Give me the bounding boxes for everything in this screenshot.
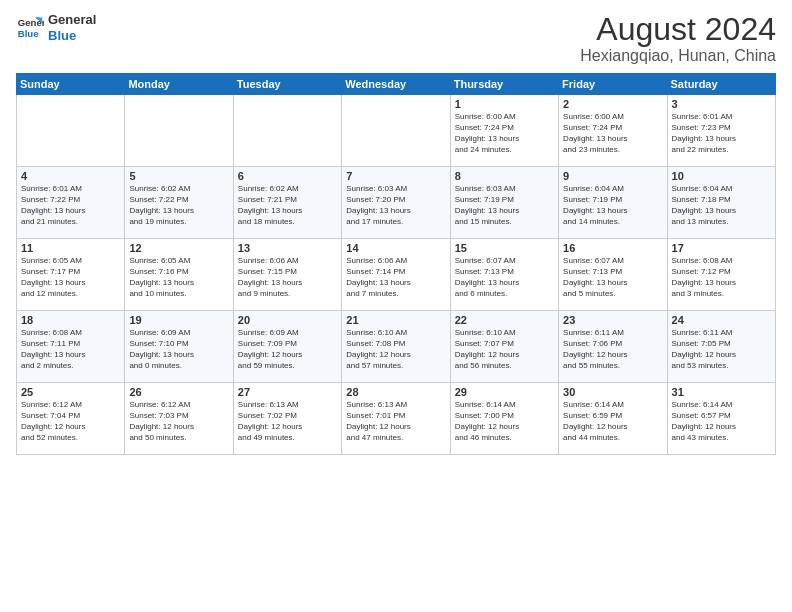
day-info: Sunrise: 6:04 AM Sunset: 7:19 PM Dayligh… <box>563 184 662 227</box>
calendar-cell: 16Sunrise: 6:07 AM Sunset: 7:13 PM Dayli… <box>559 239 667 311</box>
week-row-4: 18Sunrise: 6:08 AM Sunset: 7:11 PM Dayli… <box>17 311 776 383</box>
calendar-cell: 22Sunrise: 6:10 AM Sunset: 7:07 PM Dayli… <box>450 311 558 383</box>
day-info: Sunrise: 6:09 AM Sunset: 7:09 PM Dayligh… <box>238 328 337 371</box>
calendar-cell: 23Sunrise: 6:11 AM Sunset: 7:06 PM Dayli… <box>559 311 667 383</box>
calendar-cell: 20Sunrise: 6:09 AM Sunset: 7:09 PM Dayli… <box>233 311 341 383</box>
day-info: Sunrise: 6:14 AM Sunset: 6:57 PM Dayligh… <box>672 400 771 443</box>
day-info: Sunrise: 6:05 AM Sunset: 7:16 PM Dayligh… <box>129 256 228 299</box>
svg-text:Blue: Blue <box>18 27 39 38</box>
calendar-cell <box>125 95 233 167</box>
day-info: Sunrise: 6:07 AM Sunset: 7:13 PM Dayligh… <box>563 256 662 299</box>
calendar-cell <box>17 95 125 167</box>
calendar-cell: 15Sunrise: 6:07 AM Sunset: 7:13 PM Dayli… <box>450 239 558 311</box>
week-row-2: 4Sunrise: 6:01 AM Sunset: 7:22 PM Daylig… <box>17 167 776 239</box>
day-number: 5 <box>129 170 228 182</box>
day-info: Sunrise: 6:07 AM Sunset: 7:13 PM Dayligh… <box>455 256 554 299</box>
calendar-cell: 19Sunrise: 6:09 AM Sunset: 7:10 PM Dayli… <box>125 311 233 383</box>
calendar-cell: 31Sunrise: 6:14 AM Sunset: 6:57 PM Dayli… <box>667 383 775 455</box>
calendar-cell: 25Sunrise: 6:12 AM Sunset: 7:04 PM Dayli… <box>17 383 125 455</box>
day-number: 29 <box>455 386 554 398</box>
calendar-cell: 26Sunrise: 6:12 AM Sunset: 7:03 PM Dayli… <box>125 383 233 455</box>
logo-line2: Blue <box>48 28 96 44</box>
calendar-cell: 9Sunrise: 6:04 AM Sunset: 7:19 PM Daylig… <box>559 167 667 239</box>
calendar-cell: 3Sunrise: 6:01 AM Sunset: 7:23 PM Daylig… <box>667 95 775 167</box>
day-info: Sunrise: 6:10 AM Sunset: 7:08 PM Dayligh… <box>346 328 445 371</box>
calendar-cell: 28Sunrise: 6:13 AM Sunset: 7:01 PM Dayli… <box>342 383 450 455</box>
calendar-cell <box>233 95 341 167</box>
day-number: 8 <box>455 170 554 182</box>
logo: General Blue General Blue <box>16 12 96 43</box>
week-row-5: 25Sunrise: 6:12 AM Sunset: 7:04 PM Dayli… <box>17 383 776 455</box>
calendar-cell: 1Sunrise: 6:00 AM Sunset: 7:24 PM Daylig… <box>450 95 558 167</box>
calendar-cell: 2Sunrise: 6:00 AM Sunset: 7:24 PM Daylig… <box>559 95 667 167</box>
calendar-cell: 7Sunrise: 6:03 AM Sunset: 7:20 PM Daylig… <box>342 167 450 239</box>
day-info: Sunrise: 6:12 AM Sunset: 7:03 PM Dayligh… <box>129 400 228 443</box>
subtitle: Hexiangqiao, Hunan, China <box>580 47 776 65</box>
day-number: 24 <box>672 314 771 326</box>
day-info: Sunrise: 6:05 AM Sunset: 7:17 PM Dayligh… <box>21 256 120 299</box>
calendar-cell: 24Sunrise: 6:11 AM Sunset: 7:05 PM Dayli… <box>667 311 775 383</box>
day-number: 30 <box>563 386 662 398</box>
day-number: 14 <box>346 242 445 254</box>
day-info: Sunrise: 6:00 AM Sunset: 7:24 PM Dayligh… <box>563 112 662 155</box>
day-info: Sunrise: 6:14 AM Sunset: 7:00 PM Dayligh… <box>455 400 554 443</box>
day-number: 27 <box>238 386 337 398</box>
day-number: 9 <box>563 170 662 182</box>
day-info: Sunrise: 6:11 AM Sunset: 7:06 PM Dayligh… <box>563 328 662 371</box>
day-number: 11 <box>21 242 120 254</box>
calendar-cell: 18Sunrise: 6:08 AM Sunset: 7:11 PM Dayli… <box>17 311 125 383</box>
week-row-1: 1Sunrise: 6:00 AM Sunset: 7:24 PM Daylig… <box>17 95 776 167</box>
day-info: Sunrise: 6:11 AM Sunset: 7:05 PM Dayligh… <box>672 328 771 371</box>
day-info: Sunrise: 6:00 AM Sunset: 7:24 PM Dayligh… <box>455 112 554 155</box>
day-number: 25 <box>21 386 120 398</box>
day-number: 17 <box>672 242 771 254</box>
day-number: 23 <box>563 314 662 326</box>
calendar-cell: 8Sunrise: 6:03 AM Sunset: 7:19 PM Daylig… <box>450 167 558 239</box>
calendar-cell: 17Sunrise: 6:08 AM Sunset: 7:12 PM Dayli… <box>667 239 775 311</box>
day-info: Sunrise: 6:06 AM Sunset: 7:15 PM Dayligh… <box>238 256 337 299</box>
day-info: Sunrise: 6:13 AM Sunset: 7:02 PM Dayligh… <box>238 400 337 443</box>
day-info: Sunrise: 6:12 AM Sunset: 7:04 PM Dayligh… <box>21 400 120 443</box>
calendar-cell: 27Sunrise: 6:13 AM Sunset: 7:02 PM Dayli… <box>233 383 341 455</box>
calendar-cell: 29Sunrise: 6:14 AM Sunset: 7:00 PM Dayli… <box>450 383 558 455</box>
day-number: 15 <box>455 242 554 254</box>
day-number: 19 <box>129 314 228 326</box>
weekday-tuesday: Tuesday <box>233 74 341 95</box>
logo-text: General Blue <box>48 12 96 43</box>
day-info: Sunrise: 6:02 AM Sunset: 7:22 PM Dayligh… <box>129 184 228 227</box>
calendar-cell: 10Sunrise: 6:04 AM Sunset: 7:18 PM Dayli… <box>667 167 775 239</box>
weekday-thursday: Thursday <box>450 74 558 95</box>
title-block: August 2024 Hexiangqiao, Hunan, China <box>580 12 776 65</box>
day-number: 12 <box>129 242 228 254</box>
weekday-wednesday: Wednesday <box>342 74 450 95</box>
day-info: Sunrise: 6:13 AM Sunset: 7:01 PM Dayligh… <box>346 400 445 443</box>
day-number: 6 <box>238 170 337 182</box>
calendar-cell: 30Sunrise: 6:14 AM Sunset: 6:59 PM Dayli… <box>559 383 667 455</box>
day-number: 28 <box>346 386 445 398</box>
calendar-cell: 11Sunrise: 6:05 AM Sunset: 7:17 PM Dayli… <box>17 239 125 311</box>
weekday-monday: Monday <box>125 74 233 95</box>
day-info: Sunrise: 6:03 AM Sunset: 7:20 PM Dayligh… <box>346 184 445 227</box>
day-number: 18 <box>21 314 120 326</box>
day-info: Sunrise: 6:08 AM Sunset: 7:11 PM Dayligh… <box>21 328 120 371</box>
header: General Blue General Blue August 2024 He… <box>16 12 776 65</box>
calendar-cell: 13Sunrise: 6:06 AM Sunset: 7:15 PM Dayli… <box>233 239 341 311</box>
day-info: Sunrise: 6:03 AM Sunset: 7:19 PM Dayligh… <box>455 184 554 227</box>
day-number: 10 <box>672 170 771 182</box>
day-info: Sunrise: 6:01 AM Sunset: 7:22 PM Dayligh… <box>21 184 120 227</box>
page: General Blue General Blue August 2024 He… <box>0 0 792 612</box>
day-info: Sunrise: 6:01 AM Sunset: 7:23 PM Dayligh… <box>672 112 771 155</box>
day-number: 21 <box>346 314 445 326</box>
logo-line1: General <box>48 12 96 28</box>
calendar-cell: 6Sunrise: 6:02 AM Sunset: 7:21 PM Daylig… <box>233 167 341 239</box>
day-info: Sunrise: 6:08 AM Sunset: 7:12 PM Dayligh… <box>672 256 771 299</box>
calendar-cell <box>342 95 450 167</box>
day-number: 2 <box>563 98 662 110</box>
weekday-saturday: Saturday <box>667 74 775 95</box>
day-number: 7 <box>346 170 445 182</box>
day-number: 4 <box>21 170 120 182</box>
day-info: Sunrise: 6:02 AM Sunset: 7:21 PM Dayligh… <box>238 184 337 227</box>
calendar-cell: 4Sunrise: 6:01 AM Sunset: 7:22 PM Daylig… <box>17 167 125 239</box>
calendar-table: SundayMondayTuesdayWednesdayThursdayFrid… <box>16 73 776 455</box>
logo-icon: General Blue <box>16 14 44 42</box>
